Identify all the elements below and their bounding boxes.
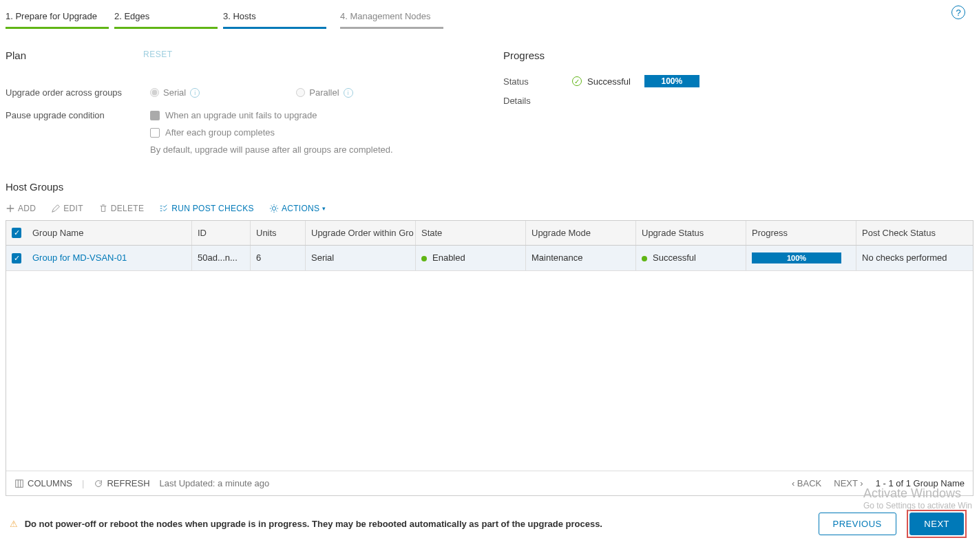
radio-parallel[interactable]: Parallel i [296, 87, 352, 98]
radio-parallel-input[interactable] [296, 88, 305, 97]
wizard-steps: 1. Prepare for Upgrade 2. Edges 3. Hosts… [0, 0, 979, 29]
pause-note: By default, upgrade will pause after all… [150, 144, 393, 155]
status-dot-icon [642, 256, 647, 261]
checkbox-empty-icon [150, 128, 160, 138]
edit-button[interactable]: EDIT [51, 204, 83, 213]
col-group-name[interactable]: Group Name [27, 221, 192, 245]
col-post-check[interactable]: Post Check Status [856, 221, 973, 245]
next-button-highlight: NEXT [907, 510, 967, 538]
row-checkbox[interactable]: ✓ [12, 253, 21, 263]
table-empty-space [6, 271, 973, 471]
previous-button[interactable]: PREVIOUS [819, 513, 896, 535]
help-icon[interactable]: ? [951, 6, 965, 19]
cell-order: Serial [306, 246, 416, 270]
select-all-checkbox[interactable]: ✓ [12, 228, 21, 238]
step-hosts[interactable]: 3. Hosts [223, 6, 326, 29]
columns-button[interactable]: COLUMNS [14, 478, 72, 488]
details-label: Details [503, 96, 572, 106]
col-upgrade-order[interactable]: Upgrade Order within Gro [306, 221, 416, 245]
upgrade-order-label: Upgrade order across groups [6, 87, 150, 98]
col-units[interactable]: Units [251, 221, 306, 245]
warning-icon: ⚠ [10, 519, 18, 529]
col-progress[interactable]: Progress [746, 221, 856, 245]
gear-icon [269, 204, 279, 213]
pencil-icon [51, 204, 61, 213]
plan-section: Plan RESET Upgrade order across groups S… [6, 50, 476, 167]
table-footer: COLUMNS | REFRESH Last Updated: a minute… [6, 471, 973, 495]
cell-units: 6 [251, 246, 306, 270]
page-back[interactable]: ‹ BACK [792, 478, 821, 488]
cell-state: Enabled [416, 246, 526, 270]
run-post-checks-button[interactable]: RUN POST CHECKS [159, 204, 254, 213]
trash-icon [98, 204, 108, 213]
col-upgrade-mode[interactable]: Upgrade Mode [526, 221, 636, 245]
cell-mode: Maintenance [526, 246, 636, 270]
pause-condition-label: Pause upgrade condition [6, 110, 150, 155]
table-header: ✓ Group Name ID Units Upgrade Order with… [6, 221, 973, 246]
page-count: 1 - 1 of 1 Group Name [876, 478, 965, 488]
progress-title: Progress [503, 50, 973, 61]
chevron-down-icon: ▾ [322, 205, 326, 212]
host-groups-toolbar: ADD EDIT DELETE RUN POST CHECKS ACTIONS … [0, 201, 979, 220]
radio-serial[interactable]: Serial i [150, 87, 200, 98]
step-mgmt-nodes[interactable]: 4. Management Nodes [340, 6, 443, 29]
step-prepare[interactable]: 1. Prepare for Upgrade [6, 6, 109, 29]
pause-opt-fail[interactable]: When an upgrade unit fails to upgrade [150, 110, 393, 120]
cell-post-check: No checks performed [856, 246, 973, 270]
status-value: Successful [587, 76, 631, 87]
overall-progress-bar: 100% [644, 75, 699, 87]
next-button[interactable]: NEXT [909, 513, 964, 535]
add-button[interactable]: ADD [6, 204, 36, 213]
svg-rect-1 [16, 480, 23, 487]
col-state[interactable]: State [416, 221, 526, 245]
col-upgrade-status[interactable]: Upgrade Status [636, 221, 746, 245]
warning-message: ⚠ Do not power-off or reboot the nodes w… [10, 519, 602, 529]
cell-id: 50ad...n... [192, 246, 251, 270]
checklist-icon [159, 204, 169, 213]
delete-button[interactable]: DELETE [98, 204, 144, 213]
progress-section: Progress Status ✓ Successful 100% Detail… [503, 50, 973, 167]
refresh-button[interactable]: REFRESH [94, 478, 149, 488]
svg-point-0 [272, 206, 275, 210]
status-label: Status [503, 76, 572, 87]
actions-dropdown[interactable]: ACTIONS ▾ [269, 204, 326, 213]
step-edges[interactable]: 2. Edges [114, 6, 218, 29]
host-groups-title: Host Groups [0, 174, 979, 201]
page-next[interactable]: NEXT › [834, 478, 863, 488]
group-name-link[interactable]: Group for MD-VSAN-01 [32, 252, 127, 263]
check-circle-icon: ✓ [572, 76, 582, 86]
last-updated: Last Updated: a minute ago [160, 478, 270, 488]
reset-link[interactable]: RESET [143, 50, 173, 59]
host-groups-table: ✓ Group Name ID Units Upgrade Order with… [6, 220, 973, 496]
status-dot-icon [421, 256, 427, 261]
info-icon[interactable]: i [190, 88, 200, 98]
bottom-bar: ⚠ Do not power-off or reboot the nodes w… [0, 496, 979, 545]
row-progress-bar: 100% [752, 252, 841, 263]
radio-serial-input[interactable] [150, 88, 159, 97]
info-icon[interactable]: i [344, 88, 353, 98]
cell-upgrade-status: Successful [636, 246, 746, 270]
cell-progress: 100% [746, 246, 856, 270]
columns-icon [14, 479, 24, 488]
plan-title: Plan [6, 50, 26, 61]
checkbox-disabled-icon [150, 111, 160, 120]
plus-icon [6, 204, 15, 213]
col-id[interactable]: ID [192, 221, 251, 245]
pause-opt-group[interactable]: After each group completes [150, 127, 393, 138]
table-row[interactable]: ✓ Group for MD-VSAN-01 50ad...n... 6 Ser… [6, 246, 973, 271]
refresh-icon [94, 479, 103, 488]
